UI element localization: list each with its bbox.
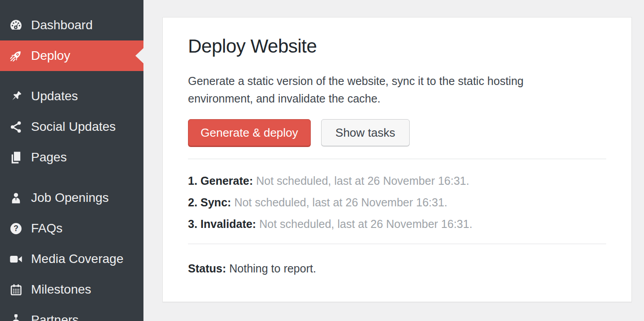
task-row-invalidate: 3. Invalidate:Not scheduled, last at 26 … [188, 213, 606, 235]
task-value: Not scheduled, last at 26 November 16:31… [256, 174, 470, 187]
sidebar-item-social-updates[interactable]: Social Updates [0, 111, 143, 142]
sidebar-item-label: FAQs [31, 221, 63, 236]
status-label: Status: [188, 262, 226, 275]
divider [188, 159, 606, 159]
sidebar-item-partners[interactable]: Partners [0, 305, 143, 321]
sidebar-item-label: Deploy [31, 49, 70, 63]
dashboard-gauge-icon [9, 18, 23, 32]
action-buttons: Generate & deploy Show tasks [188, 119, 606, 146]
person-icon [9, 191, 23, 205]
task-row-sync: 2. Sync:Not scheduled, last at 26 Novemb… [188, 192, 606, 213]
sidebar-item-label: Milestones [31, 282, 91, 297]
pages-icon [9, 151, 23, 165]
task-list: 1. Generate:Not scheduled, last at 26 No… [188, 170, 606, 235]
sidebar-separator [0, 173, 143, 183]
task-label: 2. Sync: [188, 196, 231, 209]
show-tasks-button[interactable]: Show tasks [321, 119, 410, 146]
sidebar-item-label: Dashboard [31, 18, 93, 32]
sidebar-item-label: Updates [31, 89, 78, 103]
task-value: Not scheduled, last at 26 November 16:31… [259, 218, 472, 230]
sidebar-item-label: Media Coverage [31, 252, 123, 266]
svg-text:?: ? [13, 224, 18, 233]
sidebar-item-label: Social Updates [31, 120, 116, 134]
divider [188, 244, 606, 244]
sidebar-item-updates[interactable]: Updates [0, 81, 143, 111]
task-label: 1. Generate: [188, 174, 253, 187]
admin-screen: Dashboard Deploy [0, 0, 644, 321]
sidebar-item-media-coverage[interactable]: Media Coverage [0, 244, 143, 274]
active-item-pointer-icon [135, 48, 143, 63]
task-label: 3. Invalidate: [188, 218, 256, 230]
org-person-icon [9, 313, 23, 321]
task-value: Not scheduled, last at 26 November 16:31… [234, 196, 447, 209]
pushpin-icon [9, 89, 23, 103]
status-line: Status:Nothing to report. [188, 260, 606, 276]
deploy-panel: Deploy Website Generate a static version… [162, 17, 632, 302]
sidebar-item-label: Pages [31, 150, 67, 165]
page-title: Deploy Website [188, 36, 606, 57]
admin-sidebar: Dashboard Deploy [0, 0, 143, 321]
sidebar-item-pages[interactable]: Pages [0, 142, 143, 173]
status-value: Nothing to report. [229, 262, 316, 275]
deploy-description: Generate a static version of the website… [188, 72, 575, 107]
sidebar-item-label: Job Openings [31, 191, 109, 205]
video-camera-icon [9, 252, 23, 266]
sidebar-item-job-openings[interactable]: Job Openings [0, 183, 143, 213]
sidebar-separator [0, 71, 143, 81]
sidebar-item-deploy[interactable]: Deploy [0, 40, 143, 71]
sidebar-item-milestones[interactable]: Milestones [0, 274, 143, 305]
share-icon [9, 120, 23, 134]
task-row-generate: 1. Generate:Not scheduled, last at 26 No… [188, 170, 606, 192]
sidebar-item-label: Partners [31, 313, 79, 321]
sidebar-item-dashboard[interactable]: Dashboard [0, 10, 143, 40]
calendar-icon [9, 283, 23, 297]
rocket-icon [9, 49, 23, 63]
generate-deploy-button[interactable]: Generate & deploy [188, 119, 311, 146]
help-icon: ? [9, 222, 23, 236]
sidebar-item-faqs[interactable]: ? FAQs [0, 213, 143, 244]
